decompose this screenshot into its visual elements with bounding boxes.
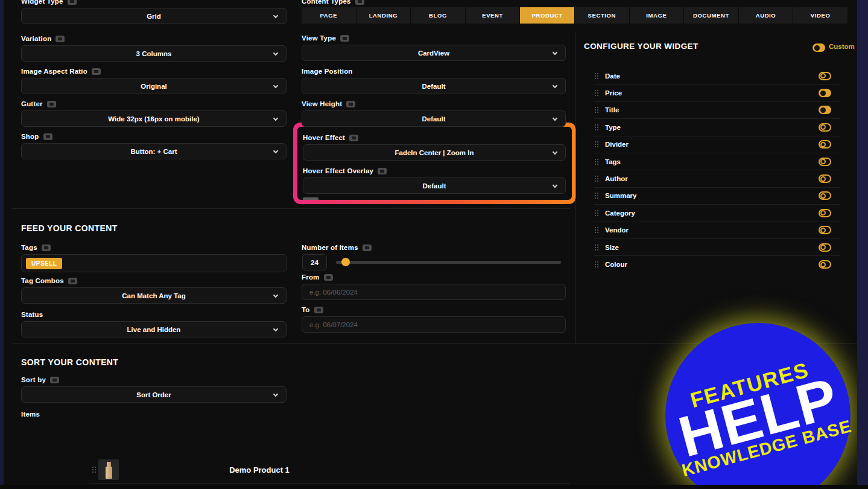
to-field: To [302,305,566,314]
info-icon[interactable] [42,245,51,251]
from-date-input[interactable] [302,284,566,300]
status-select[interactable]: Live and Hidden [21,321,287,337]
info-icon[interactable] [340,35,349,42]
configure-row-divider[interactable]: Divider [594,136,840,153]
tab-section[interactable]: SECTION [575,7,630,24]
help-knowledge-base-badge[interactable]: FEATURES HELP KNOWLEDGE BASE [665,323,851,489]
type-toggle[interactable] [819,123,831,132]
configure-row-type[interactable]: Type [594,119,840,136]
drag-handle-icon[interactable] [594,124,599,131]
chevron-down-icon [553,116,557,121]
info-icon[interactable] [50,377,59,383]
size-toggle[interactable] [819,243,831,252]
configure-row-price[interactable]: Price [594,85,840,101]
to-label: To [302,305,566,314]
tab-video[interactable]: VIDEO [793,7,847,24]
info-icon[interactable] [68,278,77,284]
number-of-items-slider[interactable] [336,261,561,264]
configure-rows: Date Price Title Type Divider Tags [594,68,840,273]
info-icon[interactable] [47,101,56,107]
drag-handle-icon[interactable] [594,261,599,268]
tag-combos-select[interactable]: Can Match Any Tag [21,287,287,304]
drag-handle-icon[interactable] [594,244,599,251]
row-label: Summary [605,192,819,199]
tags-label-text: Tags [21,244,37,251]
vendor-toggle[interactable] [819,226,831,234]
item-row-divider [89,483,570,484]
gutter-select[interactable]: Wide 32px (16px on mobile) [21,110,287,127]
info-icon[interactable] [43,133,52,140]
info-icon[interactable] [363,245,372,251]
widget-type-select[interactable]: Grid [21,8,287,24]
tags-input[interactable]: UPSELL [21,254,287,272]
title-toggle[interactable] [819,106,831,114]
sort-by-select[interactable]: Sort Order [21,386,287,403]
info-icon[interactable] [324,274,333,281]
category-toggle[interactable] [819,209,831,217]
tab-blog[interactable]: BLOG [411,7,466,24]
info-icon[interactable] [55,36,65,42]
view-type-select[interactable]: CardView [302,45,566,61]
configure-row-date[interactable]: Date [594,68,840,85]
configure-row-summary[interactable]: Summary [594,188,840,205]
tab-audio[interactable]: AUDIO [739,7,794,24]
drag-handle-icon[interactable] [594,89,599,97]
badge-text: FEATURES HELP KNOWLEDGE BASE [645,302,868,489]
view-height-select[interactable]: Default [302,110,566,127]
variation-label-text: Variation [21,35,51,42]
drag-handle-icon[interactable] [92,466,97,473]
configure-row-size[interactable]: Size [594,239,840,256]
drag-handle-icon[interactable] [594,72,599,80]
image-aspect-ratio-select[interactable]: Original [21,78,287,94]
tag-chip-upsell[interactable]: UPSELL [26,258,62,269]
tags-toggle[interactable] [819,158,831,166]
shop-select[interactable]: Button: + Cart [21,143,287,159]
author-toggle[interactable] [819,174,831,183]
configure-row-author[interactable]: Author [594,170,840,187]
configure-row-colour[interactable]: Colour [594,256,840,273]
image-position-select[interactable]: Default [302,78,566,94]
drag-handle-icon[interactable] [594,158,599,165]
drag-handle-icon[interactable] [594,106,599,113]
tag-combos-field: Tag Combos Can Match Any Tag [21,276,287,285]
price-toggle[interactable] [819,89,831,97]
drag-handle-icon[interactable] [594,175,599,182]
tab-page[interactable]: PAGE [302,7,356,24]
info-icon[interactable] [92,68,101,75]
to-date-input[interactable] [302,316,566,333]
hover-effect-select[interactable]: FadeIn Center | Zoom In [303,144,566,161]
summary-toggle[interactable] [819,191,831,200]
info-icon[interactable] [314,307,323,313]
tab-document[interactable]: DOCUMENT [684,7,739,24]
configure-row-category[interactable]: Category [594,205,840,222]
slider-knob[interactable] [341,258,350,266]
hover-effect-overlay-select[interactable]: Default [303,177,566,194]
drag-handle-icon[interactable] [594,226,599,234]
configure-row-tags[interactable]: Tags [594,153,840,170]
colour-toggle[interactable] [819,260,831,269]
widget-type-label: Widget Type [21,0,287,5]
variation-select[interactable]: 3 Columns [21,45,287,62]
info-icon[interactable] [349,135,358,141]
info-icon[interactable] [68,0,77,5]
drag-handle-icon[interactable] [594,192,599,199]
row-label: Tags [605,158,819,165]
configure-row-vendor[interactable]: Vendor [594,222,840,239]
info-icon[interactable] [346,101,355,107]
info-icon[interactable] [355,0,364,5]
tab-product[interactable]: PRODUCT [520,7,575,24]
tab-event[interactable]: EVENT [466,7,521,24]
info-icon[interactable] [378,168,387,174]
from-field: From [302,273,566,281]
tab-landing[interactable]: LANDING [356,7,411,24]
custom-toggle[interactable] [813,43,825,52]
configure-heading: CONFIGURE YOUR WIDGET [584,42,699,51]
drag-handle-icon[interactable] [594,141,599,148]
number-of-items-label: Number of Items [302,243,372,252]
configure-row-title[interactable]: Title [594,102,840,119]
divider-toggle[interactable] [819,140,831,149]
drag-handle-icon[interactable] [594,209,599,217]
number-of-items-value[interactable]: 24 [302,254,327,270]
date-toggle[interactable] [819,72,831,80]
tab-image[interactable]: IMAGE [630,7,685,24]
